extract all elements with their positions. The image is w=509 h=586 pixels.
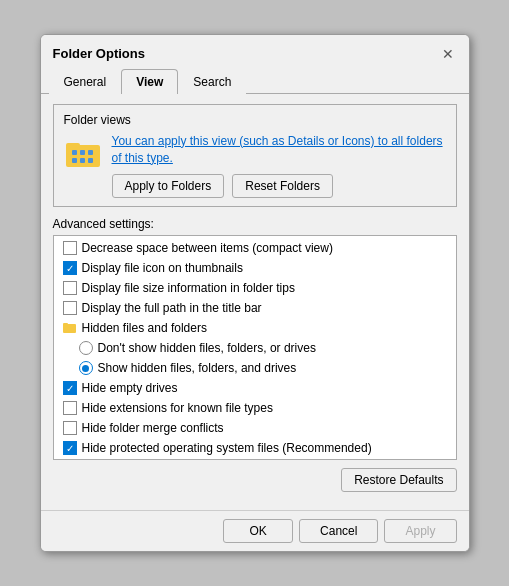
dialog-title: Folder Options — [53, 46, 145, 61]
checkbox-icon — [63, 421, 77, 435]
restore-row: Restore Defaults — [53, 468, 457, 492]
checkbox-icon — [63, 301, 77, 315]
checkbox-icon — [63, 281, 77, 295]
svg-rect-5 — [72, 158, 77, 163]
folder-views-buttons: Apply to Folders Reset Folders — [112, 174, 446, 198]
folder-options-dialog: Folder Options ✕ General View Search Fol… — [40, 34, 470, 553]
settings-item[interactable]: Hide folder merge conflicts — [54, 418, 456, 438]
settings-item-label: Hidden files and folders — [82, 321, 207, 335]
settings-list[interactable]: Decrease space between items (compact vi… — [53, 235, 457, 460]
settings-item[interactable]: Don't show hidden files, folders, or dri… — [54, 338, 456, 358]
close-button[interactable]: ✕ — [437, 43, 459, 65]
tab-view[interactable]: View — [121, 69, 178, 94]
svg-rect-4 — [88, 150, 93, 155]
settings-item[interactable]: ✓Hide protected operating system files (… — [54, 438, 456, 458]
folder-views-description: You can apply this view (such as Details… — [112, 133, 446, 167]
tab-search[interactable]: Search — [178, 69, 246, 94]
settings-item[interactable]: ✓Display file icon on thumbnails — [54, 258, 456, 278]
checkbox-icon: ✓ — [63, 261, 77, 275]
title-bar: Folder Options ✕ — [41, 35, 469, 69]
settings-item-label: Don't show hidden files, folders, or dri… — [98, 341, 316, 355]
cancel-button[interactable]: Cancel — [299, 519, 378, 543]
svg-rect-6 — [80, 158, 85, 163]
restore-defaults-button[interactable]: Restore Defaults — [341, 468, 456, 492]
checkbox-icon — [63, 241, 77, 255]
folder-views-inner: You can apply this view (such as Details… — [64, 133, 446, 199]
settings-item-label: Hide folder merge conflicts — [82, 421, 224, 435]
svg-rect-0 — [66, 145, 100, 167]
tab-general[interactable]: General — [49, 69, 122, 94]
advanced-settings-label: Advanced settings: — [53, 217, 457, 231]
settings-item-label: Hide extensions for known file types — [82, 401, 273, 415]
settings-item[interactable]: Display the full path in the title bar — [54, 298, 456, 318]
svg-rect-2 — [72, 150, 77, 155]
svg-rect-7 — [88, 158, 93, 163]
apply-button[interactable]: Apply — [384, 519, 456, 543]
settings-item[interactable]: Launch folder windows in a separate proc… — [54, 458, 456, 460]
settings-item-label: Hide protected operating system files (R… — [82, 441, 372, 455]
settings-item[interactable]: Hide extensions for known file types — [54, 398, 456, 418]
tab-bar: General View Search — [41, 69, 469, 94]
checkbox-icon: ✓ — [63, 441, 77, 455]
folder-small-icon — [63, 321, 77, 336]
settings-item[interactable]: Hidden files and folders — [54, 318, 456, 338]
settings-item-label: Hide empty drives — [82, 381, 178, 395]
radio-icon — [79, 361, 93, 375]
settings-item[interactable]: ✓Hide empty drives — [54, 378, 456, 398]
settings-item[interactable]: Decrease space between items (compact vi… — [54, 238, 456, 258]
settings-item-label: Show hidden files, folders, and drives — [98, 361, 297, 375]
folder-views-group: Folder views — [53, 104, 457, 208]
checkbox-icon: ✓ — [63, 381, 77, 395]
svg-rect-1 — [66, 143, 80, 148]
reset-folders-button[interactable]: Reset Folders — [232, 174, 333, 198]
ok-button[interactable]: OK — [223, 519, 293, 543]
folder-icon — [64, 135, 102, 169]
settings-item-label: Display the full path in the title bar — [82, 301, 262, 315]
apply-to-folders-button[interactable]: Apply to Folders — [112, 174, 225, 198]
checkbox-icon — [63, 401, 77, 415]
tab-view-content: Folder views — [41, 94, 469, 511]
settings-item[interactable]: Display file size information in folder … — [54, 278, 456, 298]
folder-views-right: You can apply this view (such as Details… — [112, 133, 446, 199]
folder-views-label: Folder views — [64, 113, 446, 127]
svg-rect-9 — [63, 323, 68, 326]
settings-item[interactable]: Show hidden files, folders, and drives — [54, 358, 456, 378]
settings-item-label: Decrease space between items (compact vi… — [82, 241, 333, 255]
settings-item-label: Display file size information in folder … — [82, 281, 295, 295]
bottom-bar: OK Cancel Apply — [41, 510, 469, 551]
settings-item-label: Display file icon on thumbnails — [82, 261, 243, 275]
svg-rect-3 — [80, 150, 85, 155]
radio-icon — [79, 341, 93, 355]
